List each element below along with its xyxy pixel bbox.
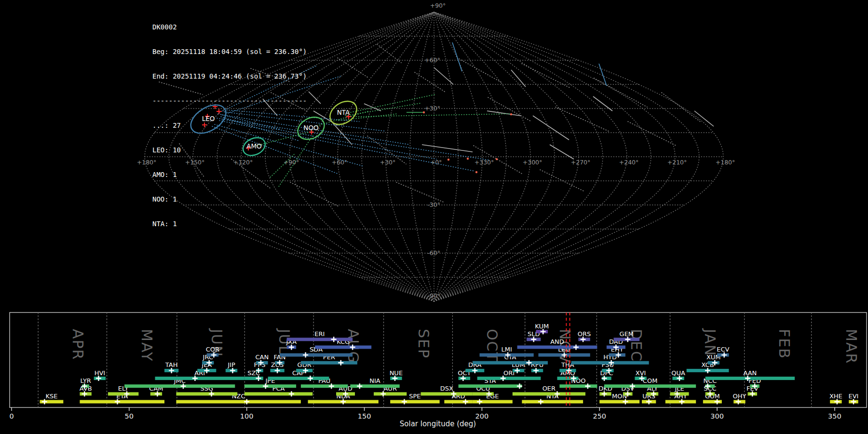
shower-label-hvi: HVI	[95, 369, 106, 377]
shower-label-can: CAN	[256, 353, 269, 361]
longitude-label: +240°	[619, 159, 639, 166]
trail-end-dot	[448, 159, 449, 161]
shower-label-jip: JIP	[227, 361, 235, 368]
shower-peak-marker	[533, 368, 539, 373]
shower-peak-marker	[705, 368, 710, 373]
trail-end-dot	[475, 171, 477, 173]
sporadic-meteor-trail	[488, 97, 531, 122]
shower-meteor-trail	[351, 114, 510, 117]
x-tick-label: 300	[710, 412, 724, 420]
activity-timeline: APRMAYJUNJULAUGSEPOCTNOVDECJANFEBMARKSEE…	[9, 312, 867, 428]
sporadic-meteor-trail	[662, 93, 700, 122]
shower-peak-marker	[256, 376, 261, 381]
shower-peak-marker	[275, 368, 280, 373]
x-tick-label: 150	[358, 412, 371, 420]
shower-bar-pca	[244, 392, 312, 395]
shower-label-nia: NIA	[369, 377, 380, 384]
leo-meteor-trail	[599, 64, 607, 86]
shower-peak-marker	[472, 368, 477, 373]
shower-bar-jmc	[124, 384, 235, 388]
shower-peak-marker	[402, 399, 407, 405]
latitude-label: +30°	[424, 105, 440, 112]
shower-peak-marker	[329, 383, 334, 389]
shower-label-xhe: XHE	[829, 393, 842, 400]
shower-label-evi: EVI	[848, 393, 858, 400]
shower-peak-marker	[82, 391, 87, 396]
meteor-trail	[333, 123, 352, 145]
shower-bar-and	[517, 345, 597, 349]
shower-label-lyr: LYR	[80, 377, 91, 384]
shower-bar-pau	[301, 384, 348, 388]
info-panel: DK0002 Beg: 20251118 18:04:59 (sol = 236…	[152, 7, 307, 244]
shower-label-oer: OER	[542, 385, 556, 392]
shower-peak-marker	[463, 399, 468, 405]
longitude-label: +60°	[332, 159, 348, 166]
count-leo: LEO: 10	[152, 146, 307, 154]
shower-peak-marker	[263, 383, 268, 389]
shower-peak-marker	[715, 399, 720, 405]
shower-label-cor: COR	[206, 346, 219, 353]
shower-bar-sda	[280, 353, 353, 357]
latitude-label: -60°	[427, 249, 440, 257]
sporadic-meteor-trail	[459, 59, 502, 83]
shower-peak-marker	[623, 399, 628, 405]
shower-label-eri: ERI	[314, 330, 325, 338]
end-time-line: End: 20251119 04:24:46 (sol = 236.73°)	[152, 72, 307, 81]
count-noo: NOO: 1	[152, 195, 307, 203]
x-axis-title: Solar longitude (deg)	[400, 420, 476, 428]
shower-peak-marker	[392, 376, 397, 381]
shower-label-nue: NUE	[390, 369, 403, 377]
meteor-trail	[434, 68, 453, 84]
shower-peak-marker	[750, 391, 755, 396]
shower-label-kum: KUM	[535, 323, 549, 330]
shower-label-ecv: ECV	[717, 346, 729, 353]
shower-peak-marker	[331, 337, 337, 342]
shower-bar-aur	[374, 392, 407, 395]
shower-bar-jpe	[244, 384, 296, 388]
leo-meteor-trail-group	[452, 42, 607, 86]
shower-peak-marker	[541, 329, 546, 334]
shower-bar-ari	[155, 377, 244, 380]
shower-peak-marker	[155, 391, 160, 396]
shower-bar-dsx	[421, 392, 473, 395]
shower-peak-marker	[303, 353, 308, 358]
shower-label-aan: AAN	[743, 369, 757, 377]
longitude-label: +30°	[380, 159, 396, 166]
shower-peak-marker	[357, 383, 362, 389]
shower-label-dsx: DSX	[440, 385, 453, 392]
shower-label-gem: GEM	[620, 330, 634, 338]
begin-time-line: Beg: 20251118 18:04:59 (sol = 236.30°)	[152, 48, 307, 56]
shower-peak-marker	[602, 376, 607, 381]
month-label-mar: MAR	[843, 329, 860, 364]
meteor-trail	[533, 116, 569, 140]
trail-end-dot	[510, 113, 512, 115]
shower-peak-marker	[585, 383, 590, 389]
month-label-oct: OCT	[484, 329, 501, 362]
shower-bar-spe	[390, 400, 439, 404]
south-pole-label: -90°	[428, 292, 441, 299]
shower-bar-sta	[459, 384, 522, 388]
sporadic-meteor-trail	[540, 170, 583, 191]
shower-bar-ori	[477, 377, 541, 380]
shower-peak-marker	[340, 399, 346, 405]
shower-peak-marker	[538, 399, 543, 405]
month-label-jan: JAN	[702, 328, 719, 356]
shower-bar-cap	[268, 377, 329, 380]
shower-label-tah: TAH	[165, 361, 178, 368]
x-tick-label: 200	[475, 412, 489, 420]
shower-label-and: AND	[550, 338, 564, 345]
shower-peak-marker	[461, 376, 466, 381]
shower-bar-ard	[444, 400, 473, 404]
shower-peak-marker	[380, 391, 386, 396]
longitude-label: +300°	[523, 159, 542, 166]
longitude-label: +210°	[667, 159, 687, 166]
month-label-may: MAY	[138, 329, 155, 362]
shower-peak-marker	[338, 360, 343, 366]
meteor-trail	[422, 145, 473, 152]
shower-peak-marker	[679, 399, 684, 405]
shower-peak-marker	[581, 337, 586, 342]
shower-peak-marker	[96, 376, 101, 381]
shower-label-ohy: OHY	[732, 393, 746, 400]
month-label-apr: APR	[69, 329, 86, 360]
x-tick-label: 350	[828, 412, 841, 420]
